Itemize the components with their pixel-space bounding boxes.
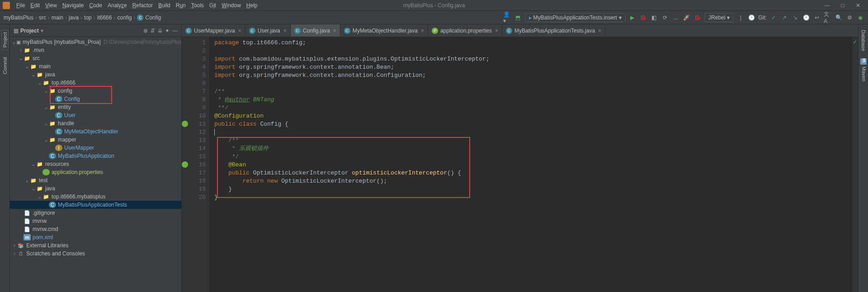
tree-gitignore[interactable]: 📄 .gitignore	[10, 209, 181, 217]
jrebel-selector[interactable]: JRebel ▾	[704, 13, 734, 22]
close-icon[interactable]: ×	[238, 28, 241, 34]
tree-entity[interactable]: ⌄ 📁 entity	[10, 103, 181, 111]
menu-window[interactable]: Window	[219, 2, 244, 9]
menu-navigate[interactable]: Navigate	[60, 2, 86, 9]
spring-bean-icon[interactable]	[182, 121, 188, 127]
spring-bean-icon[interactable]	[182, 161, 188, 168]
code-line-4[interactable]: import org.springframework.context.annot…	[214, 63, 852, 71]
tree-mmoh[interactable]: C MyMetaObjectHandler	[10, 127, 181, 136]
error-stripe[interactable]: ✓	[852, 37, 858, 292]
tree-config-pkg[interactable]: ⌄ 📁 config	[10, 87, 181, 95]
bc-java[interactable]: java	[69, 14, 79, 21]
window-maximize[interactable]: □	[838, 2, 847, 9]
tree-mvn[interactable]: › 📁 .mvn	[10, 46, 181, 54]
tree-usermapper[interactable]: I UserMapper	[10, 144, 181, 152]
code-line-3[interactable]: import com.baomidou.mybatisplus.extensio…	[214, 55, 852, 63]
menu-run[interactable]: Run	[173, 2, 189, 9]
close-icon[interactable]: ×	[495, 28, 498, 34]
tree-user[interactable]: C User	[10, 111, 181, 119]
code-line-15[interactable]: */	[214, 153, 852, 161]
code-line-12[interactable]	[214, 128, 852, 137]
tree-handle[interactable]: ⌄ 📁 handle	[10, 119, 181, 127]
settings-icon[interactable]: ⚙	[845, 14, 854, 22]
menu-edit[interactable]: Edit	[28, 2, 42, 9]
code-line-7[interactable]: /**	[214, 88, 852, 96]
tab-MyMetaObjectHandler-java[interactable]: CMyMetaObjectHandler.java×	[340, 24, 428, 37]
user-icon[interactable]: 👤▾	[503, 14, 511, 22]
tree-test[interactable]: ⌄ 📁 test	[10, 176, 181, 184]
window-close[interactable]: ✕	[854, 2, 863, 9]
run-icon[interactable]: ▶	[628, 14, 637, 22]
git-revert-icon[interactable]: ↩	[813, 14, 821, 22]
close-icon[interactable]: ×	[598, 28, 601, 34]
bc-main[interactable]: main	[52, 14, 63, 21]
tree-scratches[interactable]: › 🗒 Scratches and Consoles	[10, 250, 181, 258]
translate-icon[interactable]: 文A	[824, 14, 832, 22]
bc-root[interactable]: myBatisPlus	[4, 14, 33, 21]
tree-mapper[interactable]: ⌄ 📁 mapper	[10, 136, 181, 144]
menu-file[interactable]: File	[14, 2, 28, 9]
code-line-5[interactable]: import org.springframework.context.annot…	[214, 71, 852, 80]
menu-refactor[interactable]: Refactor	[130, 2, 156, 9]
shield-icon[interactable]: ◉	[856, 14, 864, 22]
collapse-all-icon[interactable]: ⇊	[158, 28, 162, 34]
search-icon[interactable]: 🔍	[835, 14, 843, 22]
tree-testpkg[interactable]: ⌄ 📁 top.it6666.mybatisplus	[10, 193, 181, 201]
run-config-selector[interactable]: ▸ MyBatisPlusApplicationTests.insert ▾	[525, 13, 626, 22]
tool-commit[interactable]: Commit	[2, 57, 8, 74]
build-icon[interactable]: ⬒	[514, 14, 522, 22]
code-line-10[interactable]: @Configuration	[214, 112, 852, 120]
tree-mvnwcmd[interactable]: 📄 mvnw.cmd	[10, 225, 181, 233]
tree-testcls[interactable]: C MyBatisPlusApplicationTests	[10, 201, 181, 209]
tab-Config-java[interactable]: CConfig.java×	[291, 24, 340, 37]
expand-all-icon[interactable]: ⇵	[151, 28, 155, 34]
close-icon[interactable]: ×	[283, 28, 287, 34]
tree-topit[interactable]: ⌄ 📁 top.it6666	[10, 79, 181, 87]
code-line-6[interactable]	[214, 80, 852, 88]
code-line-9[interactable]: **/	[214, 104, 852, 112]
tool-maven[interactable]: mMaven	[860, 58, 867, 81]
tree-resources[interactable]: ⌄ 📁 resources	[10, 160, 181, 168]
debug-icon[interactable]: 🐞	[639, 14, 647, 22]
git-update-icon[interactable]: ↘	[791, 14, 799, 22]
dropdown-icon[interactable]: ▾	[41, 28, 43, 34]
tree-appprops[interactable]: application.properties	[10, 168, 181, 176]
tree-mbpa[interactable]: C MyBatisPlusApplication	[10, 152, 181, 160]
menu-git[interactable]: Git	[207, 2, 219, 9]
code-line-17[interactable]: public OptimisticLockerInterceptor optim…	[214, 169, 852, 177]
tree-pom[interactable]: m pom.xml	[10, 233, 181, 241]
git-commit-icon[interactable]: ✓	[769, 14, 778, 22]
tab-UserMapper-java[interactable]: CUserMapper.java×	[182, 24, 245, 37]
bc-src[interactable]: src	[39, 14, 46, 21]
menu-code[interactable]: Code	[86, 2, 105, 9]
code-line-16[interactable]: @Bean	[214, 161, 852, 169]
tree-java[interactable]: ⌄ 📁 java	[10, 71, 181, 79]
menu-build[interactable]: Build	[156, 2, 173, 9]
bc-config[interactable]: config	[117, 14, 132, 21]
code-line-1[interactable]: package top.it6666.config;	[214, 39, 852, 47]
profile-icon[interactable]: ⟳	[661, 14, 669, 22]
tree-mvnw[interactable]: 📄 mvnw	[10, 217, 181, 225]
menu-help[interactable]: Help	[244, 2, 260, 9]
menu-tools[interactable]: Tools	[189, 2, 207, 9]
bc-it6666[interactable]: it6666	[97, 14, 112, 21]
branch-icon[interactable]: 🕒	[747, 14, 755, 22]
git-push-icon[interactable]: ↗	[780, 14, 788, 22]
jrebel-run-icon[interactable]: 🚀	[683, 14, 691, 22]
tab-application-properties[interactable]: Papplication.properties×	[428, 24, 502, 37]
hide-icon[interactable]: —	[172, 28, 178, 34]
bc-top[interactable]: top	[84, 14, 92, 21]
window-minimize[interactable]: —	[823, 2, 832, 9]
tree-main[interactable]: ⌄ 📁 main	[10, 62, 181, 71]
coverage-icon[interactable]: ◧	[650, 14, 658, 22]
bc-class[interactable]: Config	[145, 14, 161, 21]
code-editor[interactable]: package top.it6666.config;import com.bao…	[210, 37, 852, 292]
tree-src[interactable]: ⌄ 📁 src	[10, 54, 181, 62]
tree-config-class[interactable]: C Config	[10, 95, 181, 103]
git-history-icon[interactable]: 🕘	[802, 14, 810, 22]
code-line-19[interactable]: }	[214, 185, 852, 193]
show-options-icon[interactable]: ✦	[165, 28, 170, 34]
code-line-14[interactable]: * 乐观锁插件	[214, 145, 852, 153]
code-line-18[interactable]: return new OptimisticLockerInterceptor()…	[214, 177, 852, 185]
tab-User-java[interactable]: CUser.java×	[245, 24, 291, 37]
